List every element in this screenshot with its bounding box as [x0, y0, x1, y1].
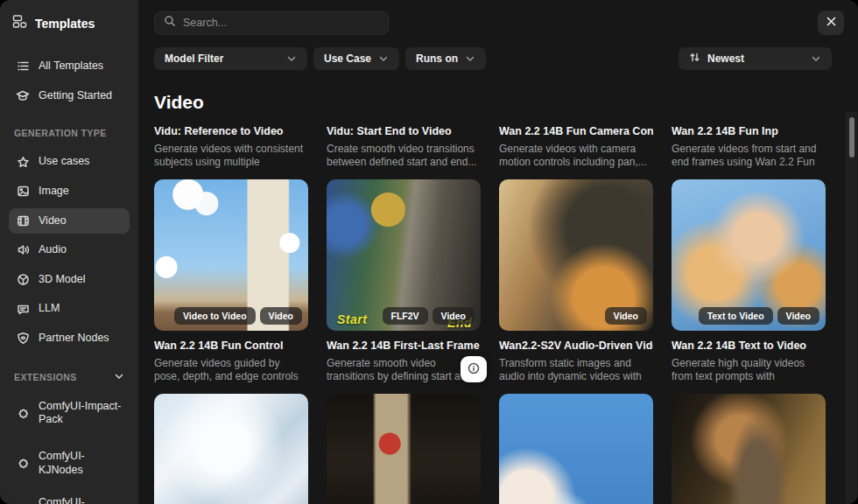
type-badge: Video	[433, 307, 475, 325]
star-icon	[16, 156, 30, 169]
card-thumbnail[interactable]: Video	[499, 179, 653, 331]
scrollbar-track[interactable]	[846, 112, 857, 504]
card-thumbnail[interactable]: Start End FLF2V Video	[327, 179, 481, 331]
card-thumbnail[interactable]	[499, 394, 653, 504]
card-title: Wan 2.2 14B Fun Inp	[672, 125, 826, 137]
card-description: Generate videos guided by pose, depth, a…	[154, 357, 308, 384]
search-box[interactable]	[154, 11, 389, 35]
card-description: Generate videos with camera motion contr…	[499, 143, 653, 170]
template-card[interactable]: Wan 2.2 14B Fun Camera Control Generate …	[499, 125, 653, 331]
sidebar-item-getting-started[interactable]: Getting Started	[9, 83, 130, 109]
list-icon	[16, 60, 30, 73]
chevron-down-icon	[286, 53, 297, 64]
sidebar-item-3d-model[interactable]: 3D Model	[9, 267, 130, 293]
card-description: Generate videos from start and end frame…	[672, 143, 826, 170]
sidebar-item-label: ComfyUI-KJNodes	[39, 450, 123, 477]
template-card[interactable]: Wan 2.2 14B Text to Video Generate high …	[672, 340, 826, 504]
type-badge: Video to Video	[174, 307, 256, 325]
card-thumbnail[interactable]: Text to Video Video	[672, 179, 826, 331]
sidebar-item-comfyui-impact-pack[interactable]: ComfyUI-Impact-Pack	[9, 394, 130, 433]
sidebar-item-image[interactable]: Image	[9, 178, 130, 205]
card-description: Generate smooth video transitions by def…	[327, 357, 481, 384]
chevron-down-icon	[378, 53, 389, 64]
card-title: Wan 2.2 14B Fun Control	[154, 340, 308, 352]
card-thumbnail[interactable]	[327, 394, 481, 504]
sidebar-header: Templates	[9, 12, 130, 32]
type-badge: FLF2V	[383, 307, 428, 325]
template-card[interactable]: Vidu: Start End to Video Create smooth v…	[327, 125, 481, 331]
card-title: Wan 2.2 14B First-Last Frame to...	[327, 340, 481, 352]
sidebar-item-label: ComfyUI-Impact-Pack	[39, 400, 123, 427]
templates-logo-icon	[12, 14, 27, 32]
extensions-section-label[interactable]: EXTENSIONS	[9, 371, 130, 383]
card-title: Wan 2.2 14B Text to Video	[672, 340, 826, 352]
sidebar-item-audio[interactable]: Audio	[9, 237, 130, 263]
card-description: Generate videos with consistent subjects…	[154, 143, 308, 170]
sidebar-item-label: LLM	[39, 302, 60, 316]
card-title: Wan2.2-S2V Audio-Driven Video...	[499, 340, 653, 352]
sort-arrows-icon	[689, 52, 700, 66]
image-icon	[16, 185, 30, 198]
model-filter-dropdown[interactable]: Model Filter	[154, 47, 307, 70]
template-card[interactable]: Wan 2.2 14B First-Last Frame to... Gener…	[327, 340, 481, 504]
card-description: Create smooth video transitions between …	[327, 143, 481, 170]
chevron-down-icon	[114, 371, 124, 383]
info-circle-icon	[467, 361, 481, 378]
sidebar-item-label: Getting Started	[39, 89, 112, 103]
sidebar-item-label: Partner Nodes	[39, 332, 109, 346]
main-panel: Model Filter Use Case Runs on	[138, 0, 858, 504]
close-icon	[826, 16, 837, 30]
speaker-icon	[16, 243, 30, 256]
search-input[interactable]	[183, 17, 379, 29]
card-description: Transform static images and audio into d…	[499, 357, 653, 384]
start-frame-label: Start	[337, 312, 367, 326]
badge-group: Text to Video Video	[699, 307, 819, 325]
scrollbar-thumb[interactable]	[849, 117, 854, 158]
template-card[interactable]: Wan 2.2 14B Fun Inp Generate videos from…	[672, 125, 826, 331]
sidebar-item-comfyui-layerdiffuse[interactable]: ComfyUI-layerdiffuse	[9, 490, 130, 504]
template-grid: Vidu: Reference to Video Generate videos…	[154, 125, 844, 504]
template-card[interactable]: Vidu: Reference to Video Generate videos…	[154, 125, 308, 331]
type-badge: Video	[605, 307, 647, 325]
sidebar-item-label: Image	[39, 185, 69, 199]
chat-bubble-icon	[16, 303, 30, 316]
card-title: Vidu: Reference to Video	[154, 125, 308, 137]
use-case-dropdown[interactable]: Use Case	[313, 47, 399, 70]
template-card[interactable]: Wan2.2-S2V Audio-Driven Video... Transfo…	[499, 340, 653, 504]
type-badge: Video	[777, 307, 819, 325]
sidebar-item-label: All Templates	[39, 60, 103, 74]
close-button[interactable]	[818, 10, 844, 35]
sidebar-item-label: Use cases	[39, 155, 89, 169]
graduation-cap-icon	[16, 89, 30, 102]
sidebar-item-partner-nodes[interactable]: Partner Nodes	[9, 326, 130, 352]
sort-dropdown[interactable]: Newest	[679, 47, 832, 70]
card-thumbnail[interactable]	[154, 394, 308, 504]
chevron-down-icon	[465, 53, 475, 64]
film-icon	[16, 214, 30, 228]
floating-info-button[interactable]	[461, 356, 487, 382]
templates-dialog: Templates All Templates Getting Started …	[0, 0, 858, 504]
sidebar-item-use-cases[interactable]: Use cases	[9, 149, 130, 175]
generation-type-section-label: GENERATION TYPE	[9, 128, 130, 138]
sidebar-item-label: Video	[39, 214, 67, 228]
sidebar-item-llm[interactable]: LLM	[9, 296, 130, 322]
sidebar-item-comfyui-kjnodes[interactable]: ComfyUI-KJNodes	[9, 444, 130, 483]
card-thumbnail[interactable]	[672, 394, 826, 504]
section-heading: Video	[154, 92, 844, 113]
template-card[interactable]: Wan 2.2 14B Fun Control Generate videos …	[154, 340, 308, 504]
sidebar: Templates All Templates Getting Started …	[0, 0, 138, 504]
card-thumbnail[interactable]: Video to Video Video	[154, 179, 308, 331]
type-badge: Text to Video	[699, 307, 773, 325]
badge-group: Video	[605, 307, 647, 325]
sidebar-item-label: 3D Model	[39, 273, 86, 287]
type-badge: Video	[260, 307, 302, 325]
shield-icon	[16, 332, 30, 345]
badge-group: FLF2V Video	[383, 307, 475, 325]
sidebar-item-label: Audio	[39, 243, 67, 257]
chevron-down-icon	[811, 53, 821, 64]
sidebar-item-video[interactable]: Video	[9, 208, 130, 234]
runs-on-dropdown[interactable]: Runs on	[405, 47, 486, 70]
sidebar-item-all-templates[interactable]: All Templates	[9, 53, 130, 80]
card-title: Wan 2.2 14B Fun Camera Control	[499, 125, 653, 137]
puzzle-piece-icon	[16, 407, 30, 420]
